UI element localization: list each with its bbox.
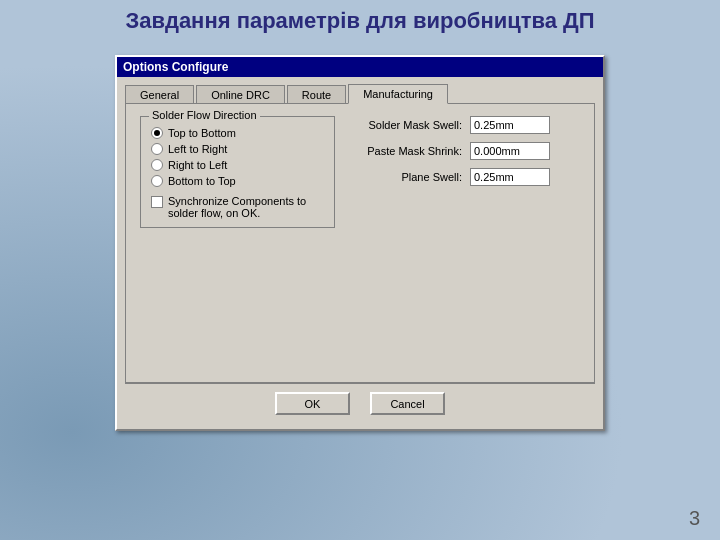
radio-right-to-left[interactable]: Right to Left xyxy=(151,159,324,171)
radio-label-top-to-bottom: Top to Bottom xyxy=(168,127,236,139)
sync-checkbox-item[interactable]: Synchronize Components to solder flow, o… xyxy=(151,195,324,219)
radio-circle-right-to-left xyxy=(151,159,163,171)
paste-mask-shrink-input[interactable] xyxy=(470,142,550,160)
dialog-body: General Online DRC Route Manufacturing S… xyxy=(117,77,603,429)
field-row-solder-mask-swell: Solder Mask Swell: xyxy=(350,116,580,134)
group-legend: Solder Flow Direction xyxy=(149,109,260,121)
radio-circle-bottom-to-top xyxy=(151,175,163,187)
radio-circle-top-to-bottom xyxy=(151,127,163,139)
sync-checkbox xyxy=(151,196,163,208)
radio-label-right-to-left: Right to Left xyxy=(168,159,227,171)
radio-label-bottom-to-top: Bottom to Top xyxy=(168,175,236,187)
paste-mask-shrink-label: Paste Mask Shrink: xyxy=(350,145,470,157)
dialog-window: Options Configure General Online DRC Rou… xyxy=(115,55,605,431)
radio-label-left-to-right: Left to Right xyxy=(168,143,227,155)
tabs-row: General Online DRC Route Manufacturing xyxy=(125,83,595,103)
tab-content: Solder Flow Direction Top to Bottom Left… xyxy=(125,103,595,383)
plane-swell-label: Plane Swell: xyxy=(350,171,470,183)
plane-swell-input[interactable] xyxy=(470,168,550,186)
radio-top-to-bottom[interactable]: Top to Bottom xyxy=(151,127,324,139)
field-row-plane-swell: Plane Swell: xyxy=(350,168,580,186)
dialog-footer: OK Cancel xyxy=(125,383,595,421)
tab-route[interactable]: Route xyxy=(287,85,346,104)
radio-bottom-to-top[interactable]: Bottom to Top xyxy=(151,175,324,187)
sync-checkbox-label: Synchronize Components to solder flow, o… xyxy=(168,195,324,219)
radio-left-to-right[interactable]: Left to Right xyxy=(151,143,324,155)
dialog-titlebar: Options Configure xyxy=(117,57,603,77)
cancel-button[interactable]: Cancel xyxy=(370,392,445,415)
radio-circle-left-to-right xyxy=(151,143,163,155)
solder-flow-group: Solder Flow Direction Top to Bottom Left… xyxy=(140,116,335,228)
fields-section: Solder Mask Swell: Paste Mask Shrink: Pl… xyxy=(350,116,580,186)
page-title: Завдання параметрів для виробництва ДП xyxy=(0,8,720,34)
tab-online-drc[interactable]: Online DRC xyxy=(196,85,285,104)
solder-mask-swell-label: Solder Mask Swell: xyxy=(350,119,470,131)
solder-mask-swell-input[interactable] xyxy=(470,116,550,134)
page-number: 3 xyxy=(689,507,700,530)
tab-manufacturing[interactable]: Manufacturing xyxy=(348,84,448,104)
field-row-paste-mask-shrink: Paste Mask Shrink: xyxy=(350,142,580,160)
tab-general[interactable]: General xyxy=(125,85,194,104)
ok-button[interactable]: OK xyxy=(275,392,350,415)
